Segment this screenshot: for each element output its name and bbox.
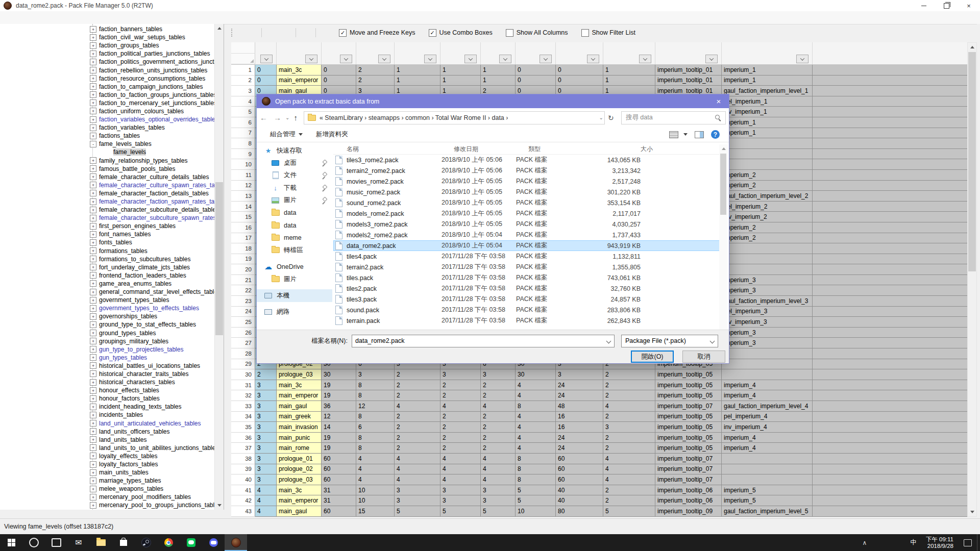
cell-spy-cap[interactable]: 2 [603,369,655,380]
tree-expand-icon[interactable]: + [90,412,96,418]
tree-expand-icon[interactable]: + [90,486,96,492]
tree-item-label[interactable]: female_character_subculture_spawn_rates_… [99,214,224,221]
file-row[interactable]: models_rome2.pack 2018/9/10 上午 05:05 PAC… [333,208,727,219]
cell-ai-prestige[interactable]: 0 [322,76,356,86]
tree-expand-icon[interactable]: + [90,67,96,73]
tree-item-label[interactable]: loyalty_effects_tables [99,453,158,460]
cell-ai-prestige[interactable]: 31 [322,495,356,506]
file-row[interactable]: models3_rome2.pack 2018/9/10 上午 05:05 PA… [333,219,727,230]
cell-effect-bundle[interactable]: imperium_1 [722,65,813,76]
cell-effect-bundle[interactable] [722,149,813,160]
up-icon[interactable]: ↑ [293,113,298,122]
tree-expand-icon[interactable]: + [90,404,96,410]
tree-item[interactable]: + incident_heading_texts_tables [0,403,214,411]
chevron-down-icon[interactable] [710,338,715,343]
tree-item[interactable]: + font_names_tables [0,230,214,238]
address-dropdown-icon[interactable]: ⌄ [599,115,603,120]
cell-navy-cap[interactable]: 2 [481,412,516,422]
row-number[interactable]: 25 [231,317,255,328]
file-name[interactable]: tiles2.pack [347,285,442,292]
tree-item[interactable]: + general_command_star_level_effects_tab… [0,288,214,296]
cell-ai-prestige[interactable]: 60 [322,506,356,517]
cell-spy-cap[interactable]: 3 [603,422,655,433]
cell-navy-cap[interactable]: 4 [481,474,516,485]
file-name[interactable]: tiles3_rome2.pack [347,157,442,164]
tree-expand-icon[interactable]: + [90,165,96,172]
cell-effect-bundle[interactable]: inv_imperium_1 [722,107,813,117]
cell-level[interactable]: 3 [255,380,277,391]
tree-item-label[interactable]: historical_character_traits_tables [99,370,188,378]
cell-campaign[interactable]: main_punic [277,433,322,443]
tree-item[interactable]: + main_units_tables [0,468,214,477]
tree-expand-icon[interactable]: + [90,321,96,328]
cell-champion-cap[interactable]: 5 [395,506,440,517]
row-number[interactable]: 1 [231,65,255,76]
tree-item[interactable]: + melee_weapons_tables [0,485,214,493]
cell-ai-prestige[interactable]: 31 [322,485,356,496]
tree-expand-icon[interactable]: + [90,26,96,33]
sidebar-item-label[interactable]: 圖片 [284,275,297,284]
forward-icon[interactable]: → [274,113,281,122]
cell-description-lookup[interactable]: imperium_tooltip_07 [655,474,722,485]
tree-item[interactable]: + land_units_officers_tables [0,428,214,436]
cell-player-prestige[interactable]: 8 [516,474,556,485]
filter-dropdown-icon[interactable] [305,55,317,63]
preview-pane-icon[interactable] [695,131,704,138]
menu-item[interactable] [14,11,29,24]
cell-description-lookup[interactable]: imperium_tooltip_05 [655,390,722,401]
tree-item[interactable]: + fort_underlay_climate_jcts_tables [0,263,214,271]
cell-province-initiative-cap[interactable]: 48 [556,401,603,412]
cell-ai-prestige[interactable]: 60 [322,464,356,475]
cell-province-initiative-cap[interactable]: 24 [556,443,603,454]
file-name[interactable]: models3_rome2.pack [347,221,442,228]
cell-level[interactable]: 3 [255,422,277,433]
cell-campaign[interactable]: prologue_03 [277,474,322,485]
file-row[interactable]: movies_rome2.pack 2018/9/10 上午 05:05 PAC… [333,176,727,187]
cell-effect-bundle[interactable]: imperium_3 [722,275,813,286]
cell-effect-bundle[interactable]: gaul_faction_imperium_level_3 [722,296,813,307]
cell-champion-cap[interactable]: 3 [395,485,440,496]
tree-item[interactable]: + female_character_faction_spawn_rates_t… [0,197,214,206]
filter-dropdown-icon[interactable] [499,55,511,63]
cell-level[interactable]: 4 [255,506,277,517]
sidebar-item-label[interactable]: 本機 [277,291,289,300]
cell-ai-prestige[interactable]: 19 [322,380,356,391]
cell-player-prestige[interactable]: 4 [516,390,556,401]
cell-champion-cap[interactable]: 4 [395,464,440,475]
tree-expand-icon[interactable]: + [90,198,96,205]
cell-champion-cap[interactable]: 4 [395,474,440,485]
cell-navy-cap[interactable]: 3 [481,485,516,496]
tree-expand-icon[interactable]: + [90,428,96,435]
cell-campaign[interactable]: main_3c [277,65,322,76]
cell-province-initiative-cap[interactable]: 40 [556,495,603,506]
file-name[interactable]: movies_rome2.pack [347,178,442,185]
tree-expand-icon[interactable]: + [90,395,96,402]
row-number[interactable]: 15 [231,212,255,222]
cell-army-cap[interactable]: 8 [356,390,395,401]
cell-player-prestige[interactable]: 8 [516,464,556,475]
dialog-title-bar[interactable]: Open pack to extract basic data from × [257,94,729,108]
file-row[interactable]: sound.pack 2017/11/28 下午 03:58 PACK 檔案 2… [333,305,727,315]
tree-item[interactable]: + frontend_faction_leaders_tables [0,271,214,280]
tree-item-label[interactable]: incident_heading_texts_tables [99,403,181,410]
tree-item-label[interactable]: faction_rebellion_units_junctions_tables [99,67,207,74]
row-number[interactable]: 23 [231,296,255,307]
mail-icon[interactable]: ✉ [67,534,90,551]
cell-champion-cap[interactable]: 4 [395,401,440,412]
cell-campaign[interactable]: main_gaul [277,506,322,517]
grid-scroll-thumb[interactable] [968,52,976,271]
address-bar[interactable]: « SteamLibrary › steamapps › common › To… [304,111,605,124]
file-name[interactable]: models_rome2.pack [347,210,442,217]
cell-champion-cap[interactable]: 2 [395,443,440,454]
cell-province-initiative-cap[interactable]: 3 [556,369,603,380]
tree-expand-icon[interactable]: + [90,494,96,500]
tree-expand-icon[interactable]: + [90,75,96,82]
tree-expand-icon[interactable]: + [90,387,96,394]
scroll-up-icon[interactable] [719,144,728,153]
file-row[interactable]: terrain2_rome2.pack 2018/9/10 上午 05:06 P… [333,165,727,176]
cell-champion-cap[interactable]: 1 [395,76,440,86]
tree-expand-icon[interactable]: + [90,362,96,369]
cell-ai-prestige[interactable]: 30 [322,369,356,380]
file-row[interactable]: tiles3.pack 2017/11/28 下午 03:58 PACK 檔案 … [333,294,727,305]
file-row[interactable]: terrain2.pack 2017/11/28 下午 03:58 PACK 檔… [333,262,727,272]
